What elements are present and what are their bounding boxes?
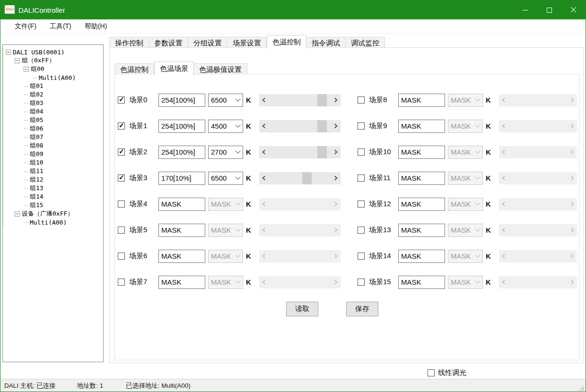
scene-value-input[interactable] (398, 172, 445, 185)
tree-node[interactable]: 组14 (3, 192, 103, 201)
tree-expand-icon[interactable] (24, 67, 29, 72)
slider-thumb[interactable] (302, 172, 312, 184)
scene-value-input[interactable] (158, 94, 205, 107)
scene-value-input[interactable] (398, 146, 445, 159)
scene-value-input[interactable] (158, 276, 205, 289)
scene-checkbox[interactable] (358, 253, 365, 260)
read-button[interactable]: 读取 (286, 302, 318, 316)
slider-thumb[interactable] (317, 94, 327, 106)
scene-checkbox[interactable] (358, 279, 365, 286)
scene-checkbox[interactable] (118, 122, 125, 130)
slider-thumb[interactable] (317, 120, 327, 132)
cct-slider[interactable] (259, 94, 341, 106)
tree-node[interactable]: 设备（广播0xFF） (3, 209, 103, 218)
scene-value-input[interactable] (398, 250, 445, 263)
tree-node[interactable]: 组07 (3, 133, 103, 141)
cct-dropdown[interactable]: MASK (208, 250, 243, 263)
maximize-button[interactable] (537, 0, 561, 19)
cct-dropdown[interactable]: MASK (448, 250, 483, 263)
scene-value-input[interactable] (158, 172, 205, 185)
linear-dimming-checkbox[interactable] (428, 369, 435, 376)
tree-node[interactable]: 组15 (3, 201, 103, 209)
tree-node[interactable]: 组09 (3, 150, 103, 158)
scene-checkbox[interactable] (118, 148, 125, 156)
tree-node[interactable]: 组（0xFF） (3, 56, 103, 65)
close-button[interactable] (561, 0, 586, 19)
slider-left-arrow-icon[interactable] (262, 175, 267, 180)
cct-dropdown[interactable]: MASK (448, 198, 483, 211)
tree-node[interactable]: DALI USB(0001) (3, 48, 103, 56)
scene-checkbox[interactable] (118, 174, 125, 182)
cct-dropdown[interactable]: MASK (208, 224, 243, 237)
scene-value-input[interactable] (158, 198, 205, 211)
save-button[interactable]: 保存 (346, 302, 378, 316)
cct-dropdown[interactable]: MASK (448, 224, 483, 237)
slider-left-arrow-icon[interactable] (262, 97, 267, 102)
tree-node[interactable]: 组10 (3, 158, 103, 167)
scene-checkbox[interactable] (358, 200, 365, 208)
slider-left-arrow-icon[interactable] (262, 149, 267, 154)
scene-value-input[interactable] (398, 120, 445, 133)
scene-value-input[interactable] (398, 198, 445, 211)
scene-checkbox[interactable] (118, 96, 125, 104)
cct-slider[interactable] (259, 120, 341, 132)
tree-expand-icon[interactable] (6, 50, 11, 55)
cct-dropdown[interactable]: MASK (448, 94, 483, 107)
tree-node[interactable]: 组00 (3, 65, 103, 73)
tab-色温控制[interactable]: 色温控制 (267, 35, 306, 49)
tree-expand-icon[interactable] (15, 211, 20, 217)
tree-node[interactable]: 组13 (3, 184, 103, 192)
slider-right-arrow-icon[interactable] (332, 175, 337, 180)
cct-slider[interactable] (259, 172, 341, 184)
cct-dropdown[interactable]: 6500 (208, 172, 243, 185)
cct-slider[interactable] (259, 146, 341, 158)
scene-checkbox[interactable] (118, 226, 125, 234)
tree-node[interactable]: Multi(A00) (3, 73, 103, 82)
tree-node[interactable]: 组04 (3, 107, 103, 116)
cct-dropdown[interactable]: MASK (448, 276, 483, 289)
scene-value-input[interactable] (158, 120, 205, 133)
scene-value-input[interactable] (398, 276, 445, 289)
device-tree[interactable]: DALI USB(0001)组（0xFF）组00Multi(A00)组01组02… (2, 44, 104, 362)
slider-right-arrow-icon[interactable] (332, 97, 337, 102)
resize-grip[interactable] (579, 386, 584, 391)
subtab-色温场景[interactable]: 色温场景 (154, 61, 194, 76)
scene-value-input[interactable] (158, 250, 205, 263)
tree-expand-icon[interactable] (15, 58, 20, 63)
scene-value-input[interactable] (398, 94, 445, 107)
slider-right-arrow-icon[interactable] (332, 123, 337, 128)
cct-dropdown[interactable]: MASK (448, 120, 483, 133)
tree-node[interactable]: 组11 (3, 167, 103, 175)
cct-dropdown[interactable]: 6500 (208, 94, 243, 107)
cct-dropdown[interactable]: 2700 (208, 146, 243, 159)
scene-checkbox[interactable] (118, 253, 125, 260)
menu-item-0[interactable]: 文件(F) (8, 19, 43, 33)
scene-value-input[interactable] (398, 224, 445, 237)
tree-node[interactable]: 组05 (3, 116, 103, 124)
scene-checkbox[interactable] (358, 96, 365, 104)
scene-checkbox[interactable] (118, 279, 125, 286)
scene-checkbox[interactable] (358, 122, 365, 130)
slider-right-arrow-icon[interactable] (332, 149, 337, 154)
scene-checkbox[interactable] (358, 226, 365, 234)
scene-checkbox[interactable] (358, 174, 365, 182)
minimize-button[interactable] (513, 0, 537, 19)
cct-dropdown[interactable]: MASK (208, 276, 243, 289)
scene-checkbox[interactable] (118, 200, 125, 208)
cct-dropdown[interactable]: 4500 (208, 120, 243, 133)
cct-dropdown[interactable]: MASK (448, 146, 483, 159)
tree-node[interactable]: 组01 (3, 82, 103, 90)
tree-node[interactable]: 组08 (3, 141, 103, 150)
scene-checkbox[interactable] (358, 148, 365, 156)
slider-left-arrow-icon[interactable] (262, 123, 267, 128)
tree-node[interactable]: 组03 (3, 99, 103, 107)
menu-item-1[interactable]: 工具(T) (43, 19, 78, 33)
tree-node[interactable]: 组06 (3, 124, 103, 133)
scene-value-input[interactable] (158, 224, 205, 237)
cct-dropdown[interactable]: MASK (208, 198, 243, 211)
menu-item-2[interactable]: 帮助(H) (78, 19, 114, 33)
tree-node[interactable]: 组12 (3, 175, 103, 184)
scene-value-input[interactable] (158, 146, 205, 159)
cct-dropdown[interactable]: MASK (448, 172, 483, 185)
tree-node[interactable]: 组02 (3, 90, 103, 99)
